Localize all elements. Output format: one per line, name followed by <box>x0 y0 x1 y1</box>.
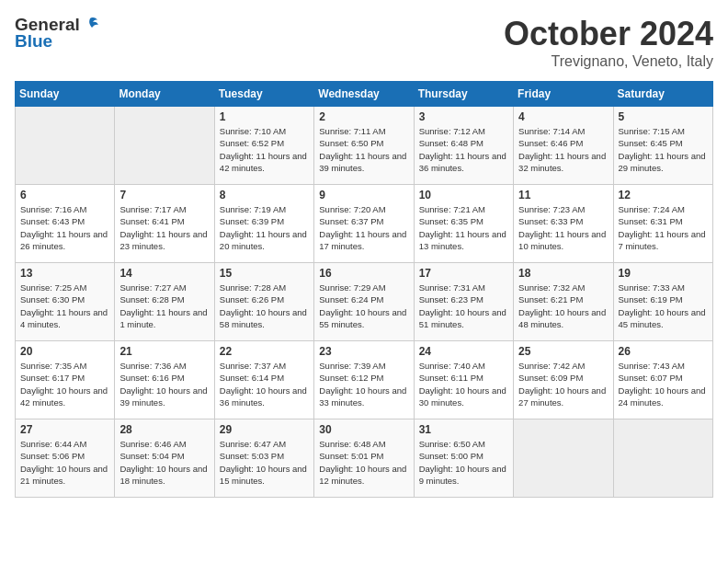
header-wednesday: Wednesday <box>314 82 414 107</box>
day-number: 7 <box>119 189 209 201</box>
day-number: 20 <box>20 345 109 358</box>
day-info: Sunrise: 6:50 AM Sunset: 5:00 PM Dayligh… <box>419 438 508 487</box>
day-info: Sunrise: 7:36 AM Sunset: 6:16 PM Dayligh… <box>119 360 209 408</box>
calendar-cell: 12Sunrise: 7:24 AM Sunset: 6:31 PM Dayli… <box>613 185 712 263</box>
day-number: 22 <box>220 345 309 358</box>
day-info: Sunrise: 7:17 AM Sunset: 6:41 PM Dayligh… <box>119 203 209 252</box>
day-number: 21 <box>119 345 209 358</box>
calendar-cell: 10Sunrise: 7:21 AM Sunset: 6:35 PM Dayli… <box>414 185 513 263</box>
calendar-cell: 6Sunrise: 7:16 AM Sunset: 6:43 PM Daylig… <box>16 185 115 263</box>
calendar-cell <box>115 107 214 185</box>
day-info: Sunrise: 7:37 AM Sunset: 6:14 PM Dayligh… <box>220 360 309 408</box>
calendar-cell: 2Sunrise: 7:11 AM Sunset: 6:50 PM Daylig… <box>314 107 414 185</box>
day-number: 26 <box>619 345 708 358</box>
day-info: Sunrise: 7:23 AM Sunset: 6:33 PM Dayligh… <box>518 203 608 252</box>
day-info: Sunrise: 7:15 AM Sunset: 6:45 PM Dayligh… <box>619 125 708 174</box>
week-row-3: 20Sunrise: 7:35 AM Sunset: 6:17 PM Dayli… <box>16 341 713 419</box>
page-header: General Blue October 2024 Trevignano, Ve… <box>15 15 713 70</box>
calendar-cell: 26Sunrise: 7:43 AM Sunset: 6:07 PM Dayli… <box>613 341 712 419</box>
day-number: 25 <box>518 345 608 358</box>
day-number: 18 <box>518 267 608 280</box>
calendar-cell: 3Sunrise: 7:12 AM Sunset: 6:48 PM Daylig… <box>414 107 513 185</box>
calendar-cell: 13Sunrise: 7:25 AM Sunset: 6:30 PM Dayli… <box>16 263 115 341</box>
day-number: 13 <box>20 267 109 280</box>
day-number: 30 <box>319 423 408 436</box>
day-info: Sunrise: 7:20 AM Sunset: 6:37 PM Dayligh… <box>319 203 408 252</box>
month-title: October 2024 <box>504 15 713 53</box>
day-number: 29 <box>220 423 309 436</box>
day-number: 4 <box>518 110 608 123</box>
calendar-cell: 5Sunrise: 7:15 AM Sunset: 6:45 PM Daylig… <box>613 107 712 185</box>
calendar-cell: 1Sunrise: 7:10 AM Sunset: 6:52 PM Daylig… <box>214 107 313 185</box>
day-number: 27 <box>20 423 109 436</box>
calendar-cell: 27Sunrise: 6:44 AM Sunset: 5:06 PM Dayli… <box>16 419 115 498</box>
calendar-cell: 9Sunrise: 7:20 AM Sunset: 6:37 PM Daylig… <box>314 185 414 263</box>
calendar-cell: 25Sunrise: 7:42 AM Sunset: 6:09 PM Dayli… <box>514 341 613 419</box>
calendar-cell: 7Sunrise: 7:17 AM Sunset: 6:41 PM Daylig… <box>115 185 214 263</box>
day-number: 5 <box>619 110 708 123</box>
day-info: Sunrise: 7:24 AM Sunset: 6:31 PM Dayligh… <box>619 203 708 252</box>
header-tuesday: Tuesday <box>214 82 313 107</box>
title-block: October 2024 Trevignano, Veneto, Italy <box>504 15 713 70</box>
day-info: Sunrise: 7:10 AM Sunset: 6:52 PM Dayligh… <box>220 125 309 174</box>
day-number: 16 <box>319 267 408 280</box>
header-monday: Monday <box>115 82 214 107</box>
week-row-0: 1Sunrise: 7:10 AM Sunset: 6:52 PM Daylig… <box>16 107 713 185</box>
day-info: Sunrise: 6:47 AM Sunset: 5:03 PM Dayligh… <box>220 438 309 487</box>
day-number: 6 <box>20 189 109 201</box>
week-row-2: 13Sunrise: 7:25 AM Sunset: 6:30 PM Dayli… <box>16 263 713 341</box>
day-info: Sunrise: 7:28 AM Sunset: 6:26 PM Dayligh… <box>220 282 309 330</box>
calendar-cell: 31Sunrise: 6:50 AM Sunset: 5:00 PM Dayli… <box>414 419 513 498</box>
day-number: 31 <box>419 423 508 436</box>
calendar-cell: 20Sunrise: 7:35 AM Sunset: 6:17 PM Dayli… <box>16 341 115 419</box>
header-row: SundayMondayTuesdayWednesdayThursdayFrid… <box>16 82 713 107</box>
day-number: 17 <box>419 267 508 280</box>
day-number: 10 <box>419 189 508 201</box>
week-row-4: 27Sunrise: 6:44 AM Sunset: 5:06 PM Dayli… <box>16 419 713 498</box>
calendar-cell: 30Sunrise: 6:48 AM Sunset: 5:01 PM Dayli… <box>314 419 414 498</box>
day-info: Sunrise: 6:44 AM Sunset: 5:06 PM Dayligh… <box>20 438 109 487</box>
location-text: Trevignano, Veneto, Italy <box>504 53 713 70</box>
calendar-cell: 24Sunrise: 7:40 AM Sunset: 6:11 PM Dayli… <box>414 341 513 419</box>
day-info: Sunrise: 7:42 AM Sunset: 6:09 PM Dayligh… <box>518 360 608 408</box>
calendar-body: 1Sunrise: 7:10 AM Sunset: 6:52 PM Daylig… <box>16 107 713 498</box>
calendar-cell: 28Sunrise: 6:46 AM Sunset: 5:04 PM Dayli… <box>115 419 214 498</box>
day-info: Sunrise: 6:48 AM Sunset: 5:01 PM Dayligh… <box>319 438 408 487</box>
day-info: Sunrise: 7:21 AM Sunset: 6:35 PM Dayligh… <box>419 203 508 252</box>
calendar-cell <box>613 419 712 498</box>
header-saturday: Saturday <box>613 82 712 107</box>
day-info: Sunrise: 7:27 AM Sunset: 6:28 PM Dayligh… <box>119 282 209 330</box>
day-number: 14 <box>119 267 209 280</box>
calendar-cell: 22Sunrise: 7:37 AM Sunset: 6:14 PM Dayli… <box>214 341 313 419</box>
day-info: Sunrise: 6:46 AM Sunset: 5:04 PM Dayligh… <box>119 438 209 487</box>
day-number: 1 <box>220 110 309 123</box>
logo-blue-text: Blue <box>15 31 52 52</box>
header-friday: Friday <box>514 82 613 107</box>
day-number: 19 <box>619 267 708 280</box>
day-info: Sunrise: 7:25 AM Sunset: 6:30 PM Dayligh… <box>20 282 109 330</box>
day-info: Sunrise: 7:32 AM Sunset: 6:21 PM Dayligh… <box>518 282 608 330</box>
day-number: 9 <box>319 189 408 201</box>
calendar-cell: 14Sunrise: 7:27 AM Sunset: 6:28 PM Dayli… <box>115 263 214 341</box>
header-thursday: Thursday <box>414 82 513 107</box>
calendar-cell <box>16 107 115 185</box>
day-info: Sunrise: 7:11 AM Sunset: 6:50 PM Dayligh… <box>319 125 408 174</box>
calendar-table: SundayMondayTuesdayWednesdayThursdayFrid… <box>15 81 713 498</box>
calendar-cell: 18Sunrise: 7:32 AM Sunset: 6:21 PM Dayli… <box>514 263 613 341</box>
day-info: Sunrise: 7:43 AM Sunset: 6:07 PM Dayligh… <box>619 360 708 408</box>
calendar-cell <box>514 419 613 498</box>
logo: General Blue <box>15 15 100 52</box>
day-info: Sunrise: 7:40 AM Sunset: 6:11 PM Dayligh… <box>419 360 508 408</box>
day-info: Sunrise: 7:12 AM Sunset: 6:48 PM Dayligh… <box>419 125 508 174</box>
calendar-cell: 29Sunrise: 6:47 AM Sunset: 5:03 PM Dayli… <box>214 419 313 498</box>
day-info: Sunrise: 7:33 AM Sunset: 6:19 PM Dayligh… <box>619 282 708 330</box>
day-info: Sunrise: 7:35 AM Sunset: 6:17 PM Dayligh… <box>20 360 109 408</box>
calendar-cell: 4Sunrise: 7:14 AM Sunset: 6:46 PM Daylig… <box>514 107 613 185</box>
week-row-1: 6Sunrise: 7:16 AM Sunset: 6:43 PM Daylig… <box>16 185 713 263</box>
day-number: 24 <box>419 345 508 358</box>
calendar-cell: 16Sunrise: 7:29 AM Sunset: 6:24 PM Dayli… <box>314 263 414 341</box>
day-number: 2 <box>319 110 408 123</box>
day-info: Sunrise: 7:14 AM Sunset: 6:46 PM Dayligh… <box>518 125 608 174</box>
day-number: 11 <box>518 189 608 201</box>
day-info: Sunrise: 7:16 AM Sunset: 6:43 PM Dayligh… <box>20 203 109 252</box>
